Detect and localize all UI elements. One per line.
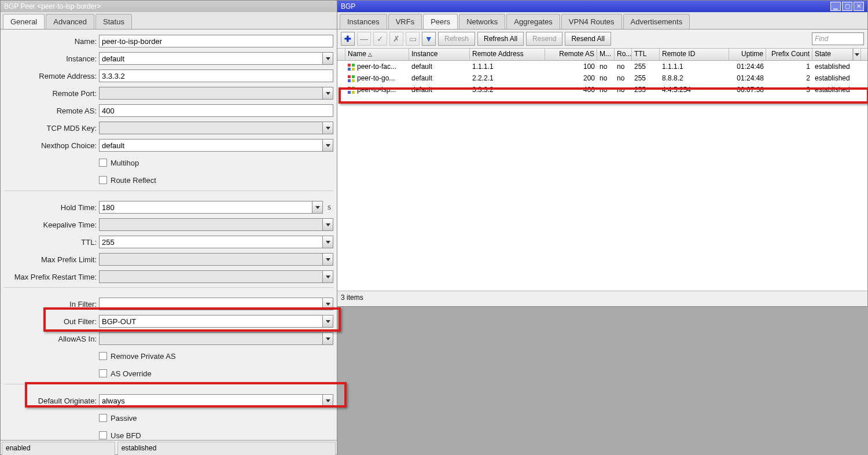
passive-checkbox[interactable] [99,414,107,422]
nexthop-select[interactable]: default [99,139,323,152]
keepalive-label: Keepalive Time: [4,221,99,229]
in-filter-dropdown-icon[interactable] [323,298,333,310]
tab-peers[interactable]: Peers [423,14,458,29]
instance-dropdown-icon[interactable] [323,52,333,65]
remote-port-dropdown-icon[interactable] [323,87,333,100]
md5-input[interactable] [99,122,323,134]
filter-icon[interactable]: ▼ [422,32,436,46]
tab-advanced[interactable]: Advanced [46,14,94,29]
allow-as-dropdown-icon[interactable] [323,332,333,345]
out-filter-dropdown-icon[interactable] [323,315,333,328]
remove-button[interactable]: — [357,32,371,46]
name-label: Name: [4,37,99,46]
hold-time-dropdown-icon[interactable] [312,201,323,214]
route-reflect-label: Route Reflect [111,176,156,185]
max-prefix-rt-input[interactable] [99,270,323,283]
bgp-peer-window: BGP Peer <peer-to-isp-border> General Ad… [0,0,337,455]
table-row[interactable]: peer-to-isp...default3.3.3.2400nono2554.… [337,84,867,96]
col-state[interactable]: State [812,49,853,60]
col-multihop[interactable]: M... [597,49,615,60]
col-remote-id[interactable]: Remote ID [660,49,729,60]
columns-dropdown-icon[interactable] [853,49,861,60]
col-remote-address[interactable]: Remote Address [470,49,545,60]
peer-tabbar: General Advanced Status [1,12,337,30]
find-input[interactable]: Find [812,32,864,45]
as-override-checkbox[interactable] [99,369,107,377]
tab-networks[interactable]: Networks [459,14,505,29]
bgp-toolbar: ✚ — ✓ ✗ ▭ ▼ Refresh Refresh All Resend R… [337,30,867,49]
remote-address-input[interactable]: 3.3.3.2 [99,69,333,82]
close-icon[interactable]: ✕ [854,2,864,11]
name-input[interactable]: peer-to-isp-border [99,35,333,47]
tab-general[interactable]: General [3,14,45,29]
bgp-titlebar: BGP ▁ ▢ ✕ [337,1,867,12]
col-instance[interactable]: Instance [409,49,470,60]
max-prefix-dropdown-icon[interactable] [323,253,333,266]
table-row[interactable]: peer-to-fac...default1.1.1.1100nono2551.… [337,61,867,72]
peer-icon [348,75,355,82]
hold-time-input[interactable]: 180 [99,201,312,214]
route-reflect-checkbox[interactable] [99,176,107,184]
hold-time-label: Hold Time: [4,203,99,212]
default-originate-dropdown-icon[interactable] [323,394,333,407]
peer-icon [348,87,355,94]
nexthop-dropdown-icon[interactable] [323,139,333,152]
col-uptime[interactable]: Uptime [729,49,766,60]
allow-as-input[interactable] [99,332,323,345]
add-button[interactable]: ✚ [341,32,355,46]
max-prefix-input[interactable] [99,253,323,266]
remote-address-label: Remote Address: [4,72,99,80]
keepalive-input[interactable] [99,218,323,231]
peer-icon [348,64,355,71]
in-filter-select[interactable] [99,298,323,310]
tab-instances[interactable]: Instances [340,14,387,29]
resend-button[interactable]: Resend [526,32,562,46]
remote-port-input[interactable] [99,87,323,100]
ttl-label: TTL: [4,238,99,247]
col-route-reflect[interactable]: Ro... [615,49,632,60]
status-established: established [117,442,336,455]
md5-dropdown-icon[interactable] [323,122,333,134]
ttl-dropdown-icon[interactable] [323,236,333,248]
refresh-button[interactable]: Refresh [438,32,475,46]
bgp-title: BGP [341,1,355,12]
keepalive-dropdown-icon[interactable] [323,218,333,231]
instance-select[interactable]: default [99,52,323,65]
remote-as-label: Remote AS: [4,107,99,115]
window-title: BGP Peer <peer-to-isp-border> [4,2,101,10]
form-area: Name: peer-to-isp-border Instance: defau… [1,30,337,440]
remove-private-as-checkbox[interactable] [99,352,107,360]
maximize-icon[interactable]: ▢ [842,2,852,11]
grid-footer: 3 items [337,291,867,306]
passive-label: Passive [111,414,137,423]
col-remote-as[interactable]: Remote AS [545,49,597,60]
tab-advertisements[interactable]: Advertisements [623,14,690,29]
table-row[interactable]: peer-to-go...default2.2.2.1200nono2558.8… [337,72,867,84]
tab-vpn4-routes[interactable]: VPN4 Routes [561,14,622,29]
ttl-input[interactable]: 255 [99,236,323,248]
minimize-icon[interactable]: ▁ [830,2,841,11]
tab-vrfs[interactable]: VRFs [388,14,422,29]
col-prefix-count[interactable]: Prefix Count [766,49,812,60]
max-prefix-rt-dropdown-icon[interactable] [323,270,333,283]
multihop-label: Multihop [111,159,139,167]
use-bfd-checkbox[interactable] [99,431,107,439]
col-name[interactable]: Name △ [345,49,409,60]
col-ttl[interactable]: TTL [632,49,660,60]
resend-all-button[interactable]: Resend All [565,32,610,46]
multihop-checkbox[interactable] [99,159,107,167]
comment-button[interactable]: ▭ [406,32,420,46]
tab-aggregates[interactable]: Aggregates [506,14,560,29]
remote-as-input[interactable]: 400 [99,104,333,117]
refresh-all-button[interactable]: Refresh All [477,32,524,46]
tab-status[interactable]: Status [95,14,132,29]
enable-button[interactable]: ✓ [373,32,387,46]
status-enabled: enabled [2,442,115,455]
max-prefix-rt-label: Max Prefix Restart Time: [4,273,99,281]
default-originate-select[interactable]: always [99,394,323,407]
use-bfd-label: Use BFD [111,431,141,440]
peers-grid-header: Name △ Instance Remote Address Remote AS… [337,49,867,61]
out-filter-select[interactable]: BGP-OUT [99,315,323,328]
window-titlebar: BGP Peer <peer-to-isp-border> [1,1,337,12]
disable-button[interactable]: ✗ [389,32,403,46]
